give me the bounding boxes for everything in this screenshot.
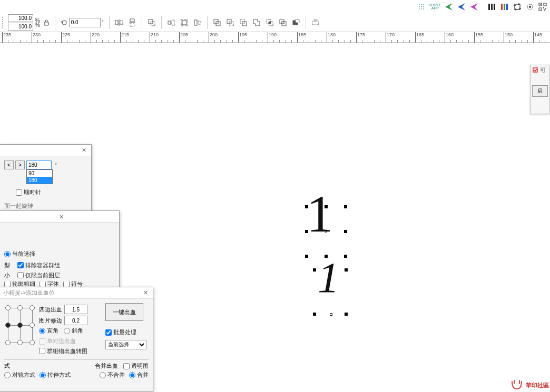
combine-button-2[interactable] (224, 17, 236, 28)
mirror-h-button[interactable] (113, 17, 125, 28)
scale-x-input[interactable] (8, 14, 33, 22)
angle-input[interactable] (26, 160, 52, 169)
rotate-icon (61, 19, 68, 26)
bars-dark-icon[interactable] (487, 2, 497, 12)
font-checkbox[interactable]: 字体 (40, 282, 59, 287)
angle-next-button[interactable]: > (15, 160, 25, 169)
bleed-dialog[interactable]: 小精灵->添加出血位✕ 四边出血 图片修边 直角 斜角 单对边出血 群组物出血转… (0, 287, 153, 392)
to-front-button[interactable] (146, 17, 158, 28)
four-sides-input[interactable] (64, 305, 87, 314)
bars-color-icon[interactable] (499, 2, 510, 12)
svg-rect-36 (182, 21, 186, 25)
svg-rect-48 (269, 22, 271, 24)
qr-icon[interactable] (537, 2, 548, 12)
image-trim-label: 图片修边 (39, 317, 62, 325)
close-button[interactable]: ✕ (80, 146, 88, 155)
target-icon[interactable] (525, 2, 535, 12)
top-icon-strip: COREL APP (0, 0, 550, 13)
symbol-checkbox[interactable]: 符号 (63, 282, 83, 287)
svg-point-1 (421, 4, 422, 5)
scale-y-input[interactable] (8, 23, 33, 31)
text-object-1[interactable]: 1 (307, 188, 333, 240)
svg-rect-13 (504, 4, 505, 10)
rotation-unit: ° (102, 19, 104, 25)
svg-point-0 (419, 4, 420, 5)
send-magenta-icon[interactable] (469, 2, 479, 12)
send-blue-icon[interactable] (456, 2, 467, 12)
svg-rect-51 (282, 22, 284, 24)
align-button-3[interactable] (192, 17, 203, 28)
rotation-input[interactable] (69, 18, 101, 27)
close-button-3[interactable]: ✕ (141, 289, 150, 297)
bleed-dialog-title: 小精灵->添加出血位 (3, 289, 55, 297)
right-panel[interactable]: 可 启 (530, 65, 550, 114)
selection-object-2[interactable]: 1 (315, 270, 346, 314)
corner-right-radio[interactable]: 直角 (39, 327, 58, 335)
combine-button-1[interactable] (211, 17, 223, 28)
do-merge-radio[interactable]: 合并 (129, 371, 149, 379)
image-trim-input[interactable] (64, 316, 87, 325)
anchor-picker[interactable] (5, 305, 35, 346)
selection-center-icon: × (324, 229, 328, 234)
mirror-v-button[interactable] (126, 17, 138, 28)
mode-label-fragment: 式 (4, 362, 10, 370)
angle-dropdown[interactable]: 90 180 (26, 169, 53, 184)
four-sides-label: 四边出血 (39, 306, 62, 314)
outline-checkbox[interactable]: 轮廓粗细 (4, 282, 35, 287)
close-button-2[interactable]: ✕ (57, 213, 65, 221)
grip-icon[interactable] (2, 17, 4, 28)
pct-labels: %% (35, 18, 40, 27)
selection-object-1[interactable]: 1 × (307, 207, 346, 256)
corner-bevel-radio[interactable]: 斜角 (64, 327, 83, 335)
svg-point-4 (421, 6, 422, 7)
align-button-2[interactable] (179, 17, 190, 28)
panel-start-button[interactable]: 启 (532, 85, 548, 97)
corelapp-label[interactable]: COREL APP (429, 2, 442, 12)
filter-dialog[interactable]: ✕ 当前选择 型 排除容器群组 小 仅限当前图层 轮廓粗细 字体 符号 (0, 210, 120, 287)
single-side-checkbox[interactable]: 单对边出血 (39, 337, 76, 345)
svg-rect-22 (545, 4, 545, 5)
mirror-mode-radio[interactable]: 对镜方式 (4, 371, 35, 379)
angle-prev-button[interactable]: < (4, 160, 14, 169)
combine-button-4[interactable] (251, 17, 262, 28)
svg-point-2 (423, 4, 424, 5)
svg-rect-54 (312, 22, 319, 25)
send-green-icon[interactable] (444, 2, 454, 12)
stretch-mode-radio[interactable]: 拉伸方式 (40, 371, 71, 379)
svg-rect-39 (198, 21, 201, 24)
align-button-1[interactable] (165, 17, 177, 28)
trans-img-checkbox[interactable]: 透明图 (123, 362, 149, 370)
svg-rect-30 (130, 19, 134, 22)
crop-icon[interactable] (512, 2, 523, 12)
svg-rect-28 (115, 21, 118, 25)
rotate-with-page-label: 面一起旋转 (4, 202, 87, 210)
one-click-bleed-button[interactable]: 一键出血 (105, 303, 143, 321)
only-current-layer-checkbox[interactable]: 仅限当前图层 (17, 272, 60, 279)
horizontal-ruler[interactable]: 2352302252202152102052001951901851801751… (0, 32, 550, 43)
dots-icon[interactable] (416, 2, 427, 12)
combine-button-5[interactable] (264, 17, 276, 28)
svg-rect-9 (488, 4, 490, 10)
svg-rect-23 (540, 9, 541, 9)
angle-option-90[interactable]: 90 (27, 170, 52, 177)
combine-button-3[interactable] (238, 17, 249, 28)
scope-select[interactable]: 当前选择 (105, 340, 146, 349)
combine-button-6[interactable] (277, 17, 289, 28)
dimension-button[interactable] (310, 17, 321, 28)
exclude-container-checkbox[interactable]: 排除容器群组 (17, 262, 60, 269)
type-label-fragment: 型 (4, 262, 10, 269)
clockwise-checkbox[interactable]: 顺时针 (16, 188, 41, 196)
svg-rect-12 (501, 4, 503, 10)
merge-bleed-label: 合并出血 (95, 362, 118, 370)
svg-rect-26 (544, 9, 545, 11)
no-merge-radio[interactable]: 不合并 (100, 371, 125, 379)
svg-rect-24 (543, 7, 544, 8)
text-object-2[interactable]: 1 (318, 256, 339, 299)
lock-ratio-button[interactable] (42, 18, 51, 27)
group-to-img-checkbox[interactable]: 群组物出血转图 (39, 347, 87, 355)
svg-point-17 (529, 6, 531, 7)
batch-checkbox[interactable]: 批量处理 (105, 328, 136, 336)
current-selection-radio[interactable]: 当前选择 (4, 250, 35, 258)
angle-option-180[interactable]: 180 (27, 177, 52, 184)
combine-button-7[interactable] (290, 17, 302, 28)
